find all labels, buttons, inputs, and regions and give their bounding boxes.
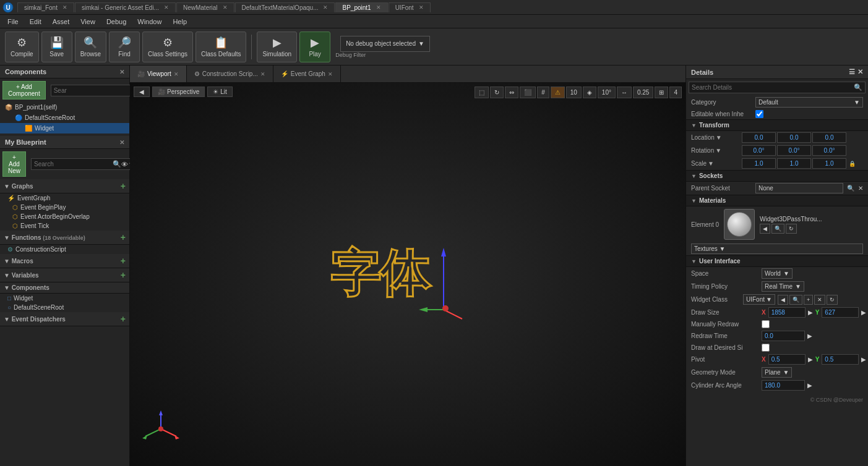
- clear-socket-icon[interactable]: ✕: [858, 185, 863, 192]
- viewport-collapse-button[interactable]: ◀: [134, 87, 150, 97]
- category-select[interactable]: Default ▼: [755, 97, 863, 108]
- menu-file[interactable]: File: [2, 17, 24, 27]
- widget-back-button[interactable]: ◀: [778, 295, 788, 305]
- close-icon[interactable]: ✕: [376, 4, 381, 11]
- scale-y-input[interactable]: [777, 158, 811, 169]
- draw-desired-checkbox[interactable]: [762, 344, 770, 352]
- cylinder-arc-input[interactable]: [762, 380, 805, 391]
- textures-dropdown[interactable]: Textures ▼: [691, 244, 863, 254]
- scale-input[interactable]: 0.25: [633, 87, 653, 98]
- mat-refresh-button[interactable]: ↻: [786, 224, 797, 234]
- timing-policy-dropdown[interactable]: Real Time ▼: [762, 281, 804, 292]
- lock-icon[interactable]: 🔒: [849, 161, 856, 167]
- menu-edit[interactable]: Edit: [25, 17, 46, 27]
- component-bp-point1[interactable]: 📦 BP_point1(self): [0, 102, 129, 112]
- event-actor-overlap-item[interactable]: ⬡ Event ActorBeginOverlap: [0, 212, 129, 221]
- event-tick-item[interactable]: ⬡ Event Tick: [0, 221, 129, 231]
- vp-icon-btn-1[interactable]: ⬚: [475, 87, 489, 98]
- lit-button[interactable]: ☀ Lit: [207, 87, 233, 97]
- search-socket-icon[interactable]: 🔍: [847, 185, 854, 192]
- tab-simkai-font[interactable]: simkai_Font✕: [17, 2, 74, 12]
- rotate-snap-input[interactable]: 10°: [598, 87, 616, 98]
- components-search-input[interactable]: [54, 87, 132, 94]
- vp-icon-btn-5[interactable]: #: [537, 87, 549, 98]
- vp-icon-btn-4[interactable]: ⬛: [520, 87, 536, 98]
- component-default-scene-root[interactable]: 🔵 DefaultSceneRoot: [0, 112, 129, 123]
- pivot-y-input[interactable]: [822, 354, 859, 365]
- pivot-x-input[interactable]: [768, 354, 806, 365]
- menu-debug[interactable]: Debug: [101, 17, 131, 27]
- widget-add-button[interactable]: +: [804, 295, 813, 305]
- close-icon[interactable]: ✕: [164, 4, 169, 11]
- location-z-input[interactable]: [812, 132, 846, 143]
- location-x-input[interactable]: [742, 132, 776, 143]
- menu-icon[interactable]: ☰: [849, 68, 855, 76]
- vp-icon-btn-2[interactable]: ↻: [490, 87, 504, 98]
- class-settings-button[interactable]: ⚙ Class Settings: [142, 32, 193, 62]
- materials-section-header[interactable]: ▼ Materials: [686, 195, 868, 206]
- rotation-y-input[interactable]: [777, 145, 811, 156]
- draw-size-y-input[interactable]: [822, 307, 859, 318]
- simulation-button[interactable]: ▶ Simulation: [257, 32, 297, 62]
- tab-new-material[interactable]: NewMaterial✕: [176, 2, 234, 12]
- parent-socket-select[interactable]: None: [755, 183, 843, 193]
- compile-button[interactable]: ⚙ Compile: [5, 32, 39, 62]
- add-graph-button[interactable]: +: [121, 181, 126, 191]
- menu-view[interactable]: View: [75, 17, 100, 27]
- redraw-time-input[interactable]: [762, 331, 805, 341]
- editable-checkbox[interactable]: [755, 110, 763, 118]
- event-graph-item[interactable]: ⚡ EventGraph: [0, 193, 129, 203]
- location-y-input[interactable]: [777, 132, 811, 143]
- widget-component-item[interactable]: □ Widget: [0, 294, 129, 303]
- vp-icon-btn-6[interactable]: ◈: [583, 87, 596, 98]
- mat-browse-button[interactable]: 🔍: [771, 224, 784, 234]
- find-button[interactable]: 🔎 Find: [109, 32, 140, 62]
- blueprint-search-input[interactable]: [34, 161, 113, 167]
- tab-default-text[interactable]: DefaultTextMaterialOpaqu...✕: [235, 2, 335, 12]
- debug-object-selector[interactable]: No debug object selected ▼: [340, 36, 430, 52]
- user-interface-section-header[interactable]: ▼ User Interface: [686, 255, 868, 267]
- close-icon[interactable]: ✕: [260, 71, 265, 77]
- add-function-button[interactable]: +: [121, 232, 126, 242]
- scale-x-input[interactable]: [742, 158, 776, 169]
- close-icon[interactable]: ✕: [419, 4, 424, 11]
- add-component-button[interactable]: + Add Component: [2, 81, 46, 100]
- close-icon[interactable]: ✕: [62, 4, 67, 11]
- add-new-button[interactable]: + Add New: [2, 151, 26, 177]
- event-begin-play-item[interactable]: ⬡ Event BeginPlay: [0, 203, 129, 212]
- components-close-button[interactable]: ✕: [119, 69, 124, 75]
- material-thumbnail[interactable]: [724, 209, 755, 240]
- geometry-mode-dropdown[interactable]: Plane ▼: [762, 367, 792, 378]
- tab-viewport[interactable]: 🎥 Viewport ✕: [130, 66, 187, 82]
- manually-redraw-checkbox[interactable]: [762, 320, 770, 328]
- grid-snap-input[interactable]: 10: [566, 87, 582, 98]
- construction-script-item[interactable]: ⚙ ConstructionScript: [0, 245, 129, 254]
- vp-icon-btn-warn[interactable]: ⚠: [551, 87, 565, 98]
- transform-section-header[interactable]: ▼ Transform: [686, 119, 868, 131]
- class-defaults-button[interactable]: 📋 Class Defaults: [196, 32, 246, 62]
- vp-icon-btn-9[interactable]: 4: [669, 87, 682, 98]
- add-variable-button[interactable]: +: [121, 270, 126, 280]
- vp-icon-btn-7[interactable]: ↔: [617, 87, 632, 98]
- default-scene-root-bp-item[interactable]: ○ DefaultSceneRoot: [0, 303, 129, 312]
- add-dispatcher-button[interactable]: +: [121, 314, 126, 324]
- close-icon[interactable]: ✕: [857, 68, 863, 76]
- tab-uifont[interactable]: UIFont✕: [389, 2, 431, 12]
- menu-help[interactable]: Help: [168, 17, 192, 27]
- tab-bp-point1[interactable]: BP_point1✕: [335, 2, 387, 12]
- close-icon[interactable]: ✕: [174, 71, 179, 77]
- draw-size-x-input[interactable]: [768, 307, 806, 318]
- browse-button[interactable]: 🔍 Browse: [75, 32, 106, 62]
- widget-refresh-button[interactable]: ↻: [827, 295, 838, 305]
- menu-window[interactable]: Window: [132, 17, 166, 27]
- viewport[interactable]: ◀ 🎥 Perspective ☀ Lit ⬚ ↻ ⇔ ⬛: [130, 83, 685, 466]
- sockets-section-header[interactable]: ▼ Sockets: [686, 170, 868, 182]
- eye-icon[interactable]: 👁: [121, 161, 128, 168]
- my-blueprint-close-button[interactable]: ✕: [119, 139, 124, 146]
- scale-z-input[interactable]: [812, 158, 846, 169]
- vp-icon-btn-3[interactable]: ⇔: [505, 87, 518, 98]
- tab-construction-script[interactable]: ⚙ Construction Scrip... ✕: [187, 66, 273, 82]
- menu-asset[interactable]: Asset: [48, 17, 75, 27]
- save-button[interactable]: 💾 Save: [41, 32, 72, 62]
- space-dropdown[interactable]: World ▼: [762, 268, 793, 279]
